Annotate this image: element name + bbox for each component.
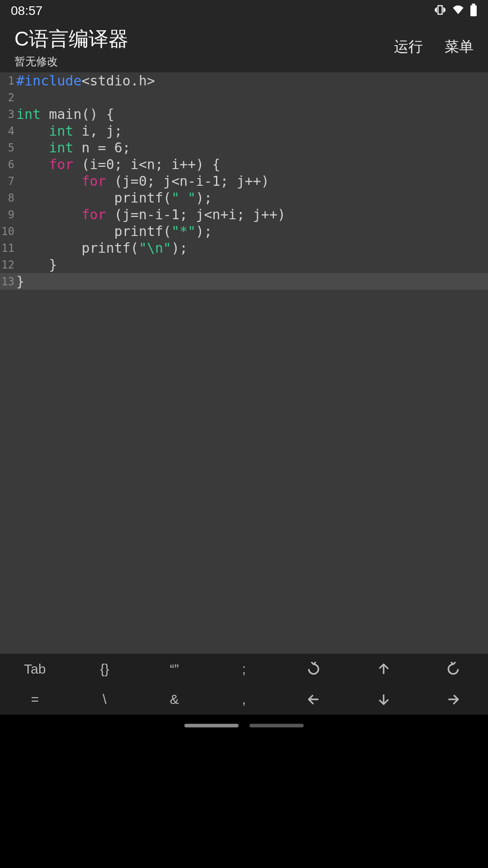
app-subtitle: 暂无修改 [14, 54, 128, 69]
code-line[interactable]: 12 } [0, 256, 488, 273]
battery-icon [470, 4, 477, 18]
code-content[interactable]: for (i=0; i<n; i++) { [15, 156, 488, 172]
undo-icon[interactable] [279, 654, 348, 684]
key-[interactable]: & [140, 684, 209, 715]
arrow-left-icon[interactable] [279, 684, 348, 715]
header-actions: 运行 菜单 [394, 37, 474, 57]
line-number: 7 [0, 175, 15, 188]
code-line[interactable]: 6 for (i=0; i<n; i++) { [0, 156, 488, 173]
code-content[interactable]: printf("*"); [15, 223, 488, 239]
line-number: 5 [0, 142, 15, 154]
line-number: 12 [0, 259, 15, 271]
status-icons [434, 4, 477, 18]
code-line[interactable]: 2 [0, 89, 488, 106]
line-number: 10 [0, 225, 15, 238]
symbol-toolbar: Tab{}“”;=\&, [0, 654, 488, 715]
code-content[interactable]: for (j=n-i-1; j<n+i; j++) [15, 207, 488, 222]
code-line[interactable]: 9 for (j=n-i-1; j<n+i; j++) [0, 206, 488, 223]
code-line[interactable]: 3int main() { [0, 106, 488, 123]
redo-icon[interactable] [418, 654, 488, 684]
app-header: C语言编译器 暂无修改 运行 菜单 [0, 22, 488, 72]
code-line[interactable]: 4 int i, j; [0, 123, 488, 139]
svg-rect-0 [470, 5, 477, 17]
key-[interactable]: \ [70, 684, 139, 715]
code-content[interactable]: printf(" "); [15, 190, 488, 206]
code-content[interactable]: for (j=0; j<n-i-1; j++) [15, 173, 488, 189]
code-line[interactable]: 1#include<stdio.h> [0, 72, 488, 89]
vibrate-icon [434, 4, 446, 18]
code-line[interactable]: 10 printf("*"); [0, 223, 488, 240]
key-[interactable]: {} [70, 654, 139, 684]
arrow-up-icon[interactable] [348, 654, 418, 684]
line-number: 4 [0, 125, 15, 137]
menu-button[interactable]: 菜单 [445, 37, 474, 57]
status-time: 08:57 [11, 4, 42, 18]
code-content[interactable]: int i, j; [15, 123, 488, 139]
code-content[interactable]: } [15, 274, 488, 289]
line-number: 13 [0, 275, 15, 288]
code-content[interactable]: printf("\n"); [15, 240, 488, 256]
nav-pill[interactable] [184, 724, 239, 727]
line-number: 3 [0, 108, 15, 121]
code-line[interactable]: 11 printf("\n"); [0, 240, 488, 256]
line-number: 8 [0, 192, 15, 204]
app-title-block: C语言编译器 暂无修改 [14, 26, 128, 69]
line-number: 1 [0, 75, 15, 87]
arrow-right-icon[interactable] [418, 684, 488, 715]
code-line[interactable]: 5 int n = 6; [0, 139, 488, 156]
code-line[interactable]: 13} [0, 273, 488, 290]
key-[interactable]: = [0, 684, 70, 715]
wifi-icon [452, 4, 465, 18]
line-number: 11 [0, 242, 15, 255]
status-bar: 08:57 [0, 0, 488, 22]
code-content[interactable]: } [15, 257, 488, 273]
key-[interactable]: ; [209, 654, 279, 684]
code-line[interactable]: 8 printf(" "); [0, 189, 488, 206]
code-content[interactable]: #include<stdio.h> [15, 73, 488, 89]
nav-pill[interactable] [249, 724, 304, 727]
key-Tab[interactable]: Tab [0, 654, 70, 684]
arrow-down-icon[interactable] [348, 684, 418, 715]
line-number: 6 [0, 158, 15, 171]
code-content[interactable]: int n = 6; [15, 140, 488, 156]
run-button[interactable]: 运行 [394, 37, 423, 57]
nav-bar [0, 715, 488, 736]
code-content[interactable]: int main() { [15, 106, 488, 122]
key-[interactable]: , [209, 684, 279, 715]
line-number: 9 [0, 208, 15, 221]
svg-rect-1 [472, 4, 475, 5]
line-number: 2 [0, 91, 15, 104]
code-line[interactable]: 7 for (j=0; j<n-i-1; j++) [0, 173, 488, 189]
key-[interactable]: “” [140, 654, 209, 684]
code-editor[interactable]: 1#include<stdio.h>23int main() {4 int i,… [0, 72, 488, 654]
app-title: C语言编译器 [14, 26, 128, 52]
